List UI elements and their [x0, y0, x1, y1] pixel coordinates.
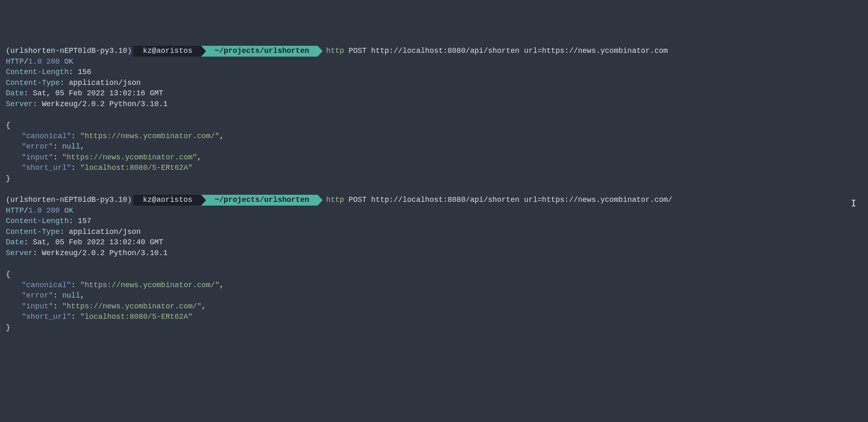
command: http POST http://localhost:8080/api/shor… — [326, 46, 668, 57]
prompt-line: (urlshorten-nEPT0ldB-py3.10) kz@aoristos… — [6, 46, 862, 57]
http-header-name: Server — [6, 100, 33, 108]
http-header-name: Date — [6, 238, 24, 246]
command-args: POST http://localhost:8080/api/shorten u… — [344, 47, 668, 55]
json-close-brace: } — [6, 323, 862, 333]
json-separator: : — [53, 142, 62, 151]
json-row: "input": "https://news.ycombinator.com/"… — [6, 301, 862, 312]
json-trailing-comma: , — [197, 153, 201, 161]
json-separator: : — [71, 132, 80, 140]
colon: : — [60, 79, 69, 87]
json-row: "error": null, — [6, 141, 862, 152]
json-key: "input" — [22, 302, 53, 310]
json-key: "error" — [22, 142, 53, 151]
http-header-value: 156 — [78, 68, 91, 76]
http-header-value: application/json — [69, 79, 141, 87]
json-value: "https://news.ycombinator.com/" — [80, 132, 219, 140]
json-trailing-comma: , — [219, 132, 224, 140]
json-value: "localhost:8080/5-ERt62A" — [80, 164, 192, 172]
json-value: "https://news.ycombinator.com/" — [80, 281, 219, 289]
json-key: "short_url" — [22, 164, 71, 172]
http-header-line: Content-Type: application/json — [6, 78, 862, 89]
virtualenv-label: (urlshorten-nEPT0ldB-py3.10) — [6, 46, 132, 57]
json-row: "error": null, — [6, 290, 862, 301]
command-args: POST http://localhost:8080/api/shorten u… — [344, 196, 673, 204]
request-block: (urlshorten-nEPT0ldB-py3.10) kz@aoristos… — [6, 195, 862, 333]
http-protocol: HTTP — [6, 206, 24, 215]
http-status-code: 200 — [46, 206, 60, 215]
virtualenv-label: (urlshorten-nEPT0ldB-py3.10) — [6, 195, 132, 206]
json-trailing-comma: , — [80, 291, 85, 300]
request-block: (urlshorten-nEPT0ldB-py3.10) kz@aoristos… — [6, 46, 862, 184]
colon: : — [60, 228, 69, 236]
terminal-output[interactable]: (urlshorten-nEPT0ldB-py3.10) kz@aoristos… — [6, 46, 862, 333]
http-version: 1.0 — [28, 206, 42, 215]
http-header-name: Date — [6, 89, 24, 97]
http-status-reason: OK — [64, 57, 73, 66]
json-close-brace: } — [6, 174, 862, 184]
json-row: "canonical": "https://news.ycombinator.c… — [6, 280, 862, 291]
http-header-value: 157 — [78, 217, 91, 225]
http-header-name: Server — [6, 249, 33, 257]
path-segment: ~/projects/urlshorten — [201, 195, 318, 206]
prompt-line: (urlshorten-nEPT0ldB-py3.10) kz@aoristos… — [6, 195, 862, 206]
http-header-line: Date: Sat, 05 Feb 2022 13:02:16 GMT — [6, 88, 862, 99]
http-header-value: Werkzeug/2.0.2 Python/3.10.1 — [42, 100, 167, 108]
command-verb: http — [326, 47, 344, 55]
colon: : — [33, 249, 42, 257]
http-header-line: Server: Werkzeug/2.0.2 Python/3.10.1 — [6, 99, 862, 110]
json-key: "short_url" — [22, 313, 71, 321]
http-status-line: HTTP/1.0 200 OK — [6, 57, 862, 67]
http-header-line: Content-Length: 156 — [6, 67, 862, 78]
http-status-reason: OK — [64, 206, 73, 215]
command: http POST http://localhost:8080/api/shor… — [326, 195, 672, 206]
http-header-name: Content-Type — [6, 79, 60, 87]
json-row: "short_url": "localhost:8080/5-ERt62A" — [6, 312, 862, 323]
json-separator: : — [53, 291, 62, 300]
http-header-value: Sat, 05 Feb 2022 13:02:16 GMT — [33, 89, 163, 97]
http-header-line: Content-Type: application/json — [6, 227, 862, 238]
http-header-line: Content-Length: 157 — [6, 216, 862, 227]
json-key: "canonical" — [22, 281, 71, 289]
text-cursor-icon: 𝙸 — [851, 198, 856, 211]
json-trailing-comma: , — [201, 302, 206, 310]
http-status-line: HTTP/1.0 200 OK — [6, 206, 862, 216]
http-header-name: Content-Type — [6, 228, 60, 236]
user-host-segment: kz@aoristos — [133, 195, 201, 206]
http-header-name: Content-Length — [6, 217, 69, 225]
colon: : — [69, 217, 78, 225]
json-separator: : — [71, 281, 80, 289]
json-key: "error" — [22, 291, 53, 300]
blank-line — [6, 109, 862, 120]
http-slash: / — [24, 57, 28, 66]
http-slash: / — [24, 206, 28, 215]
json-trailing-comma: , — [219, 281, 224, 289]
http-header-line: Server: Werkzeug/2.0.2 Python/3.10.1 — [6, 248, 862, 259]
json-row: "input": "https://news.ycombinator.com", — [6, 152, 862, 163]
http-version: 1.0 — [28, 57, 42, 66]
command-verb: http — [326, 196, 344, 204]
user-host-segment: kz@aoristos — [133, 46, 201, 57]
json-value: "localhost:8080/5-ERt62A" — [80, 313, 192, 321]
colon: : — [69, 68, 78, 76]
http-header-name: Content-Length — [6, 68, 69, 76]
colon: : — [24, 238, 33, 246]
json-separator: : — [53, 153, 62, 161]
json-open-brace: { — [6, 120, 862, 131]
colon: : — [33, 100, 42, 108]
colon: : — [24, 89, 33, 97]
path-segment: ~/projects/urlshorten — [201, 46, 318, 57]
http-status-code: 200 — [46, 57, 60, 66]
json-open-brace: { — [6, 269, 862, 280]
http-header-line: Date: Sat, 05 Feb 2022 13:02:40 GMT — [6, 237, 862, 248]
json-key: "input" — [22, 153, 53, 161]
http-protocol: HTTP — [6, 57, 24, 66]
json-row: "canonical": "https://news.ycombinator.c… — [6, 131, 862, 142]
http-header-value: Sat, 05 Feb 2022 13:02:40 GMT — [33, 238, 163, 246]
http-header-value: application/json — [69, 228, 141, 236]
blank-line — [6, 259, 862, 270]
json-value: null — [62, 142, 80, 151]
json-trailing-comma: , — [80, 142, 85, 151]
json-separator: : — [71, 164, 80, 172]
http-header-value: Werkzeug/2.0.2 Python/3.10.1 — [42, 249, 167, 257]
json-separator: : — [53, 302, 62, 310]
